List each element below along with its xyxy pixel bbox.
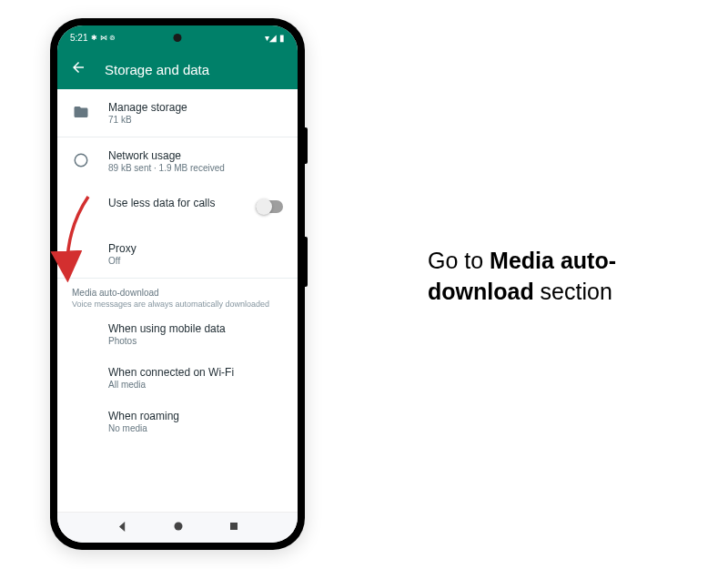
nav-recent-icon[interactable]	[228, 521, 239, 534]
item-subtitle: All media	[108, 380, 283, 390]
instruction-pre: Go to	[428, 248, 490, 273]
roaming-item[interactable]: When roaming No media	[57, 400, 298, 443]
nav-back-icon[interactable]	[116, 521, 128, 535]
svg-rect-2	[230, 523, 238, 530]
folder-icon	[72, 103, 90, 121]
item-subtitle: 89 kB sent · 1.9 MB received	[108, 163, 283, 173]
item-subtitle: 71 kB	[108, 115, 283, 125]
screen: 5:21 ✱ ⋈ ⊚ ▾◢ ▮ Storage and data	[57, 25, 298, 543]
mobile-data-item[interactable]: When using mobile data Photos	[57, 312, 298, 356]
use-less-data-item[interactable]: Use less data for calls	[57, 185, 298, 230]
item-subtitle: No media	[108, 423, 283, 433]
data-usage-icon	[72, 151, 90, 169]
status-icons-right: ▾◢ ▮	[265, 33, 285, 43]
svg-point-0	[75, 154, 87, 167]
status-time: 5:21	[70, 33, 87, 43]
phone-frame: 5:21 ✱ ⋈ ⊚ ▾◢ ▮ Storage and data	[50, 18, 305, 550]
proxy-item[interactable]: Proxy Off	[57, 230, 298, 278]
instruction-post: section	[534, 279, 612, 304]
nav-home-icon[interactable]	[173, 521, 184, 534]
instruction-text: Go to Media auto-download section	[428, 246, 682, 308]
item-title: When connected on Wi-Fi	[108, 366, 283, 379]
svg-point-1	[174, 523, 182, 531]
item-title: When roaming	[108, 410, 283, 422]
phone-mockup: 5:21 ✱ ⋈ ⊚ ▾◢ ▮ Storage and data	[50, 18, 305, 550]
manage-storage-item[interactable]: Manage storage 71 kB	[57, 89, 298, 137]
item-title: Proxy	[108, 242, 283, 255]
camera-notch	[174, 34, 182, 42]
status-icons-left: ✱ ⋈ ⊚	[91, 34, 115, 42]
media-auto-download-section: Media auto-download Voice messages are a…	[57, 278, 298, 312]
item-title: Use less data for calls	[108, 197, 238, 209]
volume-button	[305, 127, 308, 164]
settings-list[interactable]: Manage storage 71 kB Network usage 89 kB…	[57, 89, 298, 512]
section-subtitle: Voice messages are always automatically …	[72, 300, 283, 309]
toggle-switch[interactable]	[256, 200, 283, 213]
item-title: Manage storage	[108, 101, 283, 114]
app-bar: Storage and data	[57, 49, 298, 89]
navigation-bar	[57, 512, 298, 543]
section-title: Media auto-download	[72, 288, 283, 298]
wifi-item[interactable]: When connected on Wi-Fi All media	[57, 356, 298, 400]
back-icon[interactable]	[70, 59, 86, 80]
item-title: When using mobile data	[108, 322, 283, 335]
power-button	[305, 237, 308, 287]
item-title: Network usage	[108, 149, 283, 162]
item-subtitle: Photos	[108, 336, 283, 346]
network-usage-item[interactable]: Network usage 89 kB sent · 1.9 MB receiv…	[57, 137, 298, 185]
item-subtitle: Off	[108, 256, 283, 266]
page-title: Storage and data	[105, 62, 209, 77]
